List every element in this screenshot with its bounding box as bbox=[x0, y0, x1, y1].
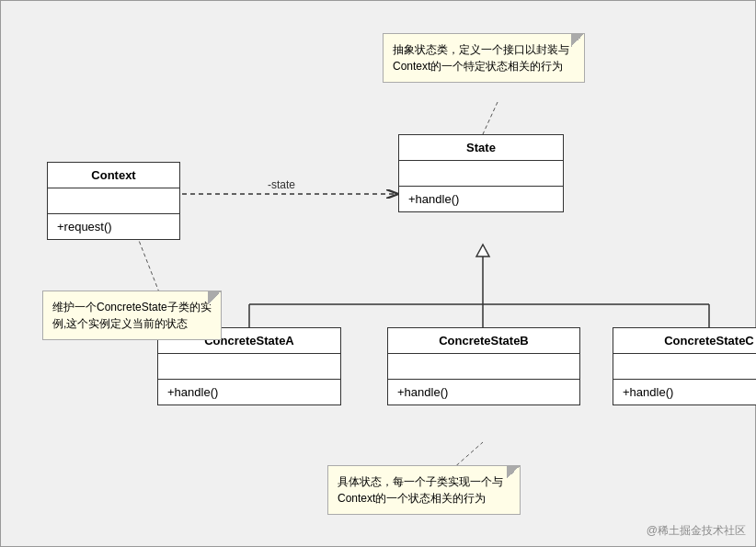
state-method: +handle() bbox=[399, 187, 563, 211]
concrete-c-method: +handle() bbox=[613, 380, 756, 405]
concrete-note-text: 具体状态，每一个子类实现一个与Context的一个状态相关的行为 bbox=[338, 475, 503, 505]
inherit-arrow bbox=[476, 245, 489, 256]
context-note: 维护一个ConcreteState子类的实例,这个实例定义当前的状态 bbox=[42, 291, 222, 340]
state-empty-section bbox=[399, 161, 563, 187]
concrete-a-method: +handle() bbox=[158, 380, 340, 405]
arrow-label: -state bbox=[268, 178, 295, 191]
state-note: 抽象状态类，定义一个接口以封装与Context的一个特定状态相关的行为 bbox=[383, 33, 585, 83]
state-title: State bbox=[399, 135, 563, 161]
concrete-b-empty-section bbox=[388, 354, 579, 380]
context-note-text: 维护一个ConcreteState子类的实例,这个实例定义当前的状态 bbox=[52, 301, 212, 330]
context-method: +request() bbox=[48, 214, 179, 239]
concrete-b-box: ConcreteStateB +handle() bbox=[387, 327, 580, 405]
concrete-c-title: ConcreteStateC bbox=[613, 328, 756, 354]
concrete-b-method: +handle() bbox=[388, 380, 579, 405]
context-title: Context bbox=[48, 163, 179, 188]
concrete-b-title: ConcreteStateB bbox=[388, 328, 579, 354]
state-note-text: 抽象状态类，定义一个接口以封装与Context的一个特定状态相关的行为 bbox=[393, 43, 569, 73]
state-box: State +handle() bbox=[398, 134, 564, 212]
watermark: @稀土掘金技术社区 bbox=[647, 523, 746, 539]
concrete-c-box: ConcreteStateC +handle() bbox=[613, 327, 756, 405]
concrete-c-empty-section bbox=[613, 354, 756, 380]
concrete-note: 具体状态，每一个子类实现一个与Context的一个状态相关的行为 bbox=[327, 465, 521, 515]
note-state-line bbox=[483, 102, 498, 134]
context-box: Context +request() bbox=[47, 162, 180, 240]
concrete-a-empty-section bbox=[158, 354, 340, 380]
context-empty-section bbox=[48, 188, 179, 214]
diagram-container: Context +request() State +handle() Concr… bbox=[0, 0, 756, 547]
